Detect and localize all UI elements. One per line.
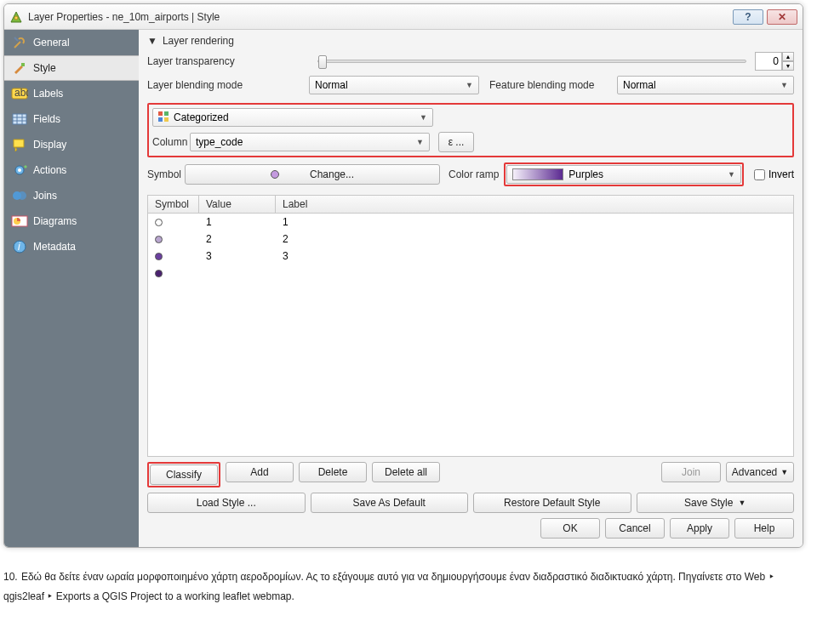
main-panel: ▼ Layer rendering Layer transparency 0 ▲… (139, 30, 803, 547)
instruction-caption: 10. Εδώ θα δείτε έναν ωραία μορφοποιημέν… (0, 551, 817, 606)
sidebar-item-style[interactable]: Style (4, 55, 139, 81)
sidebar-label: Actions (33, 164, 66, 176)
sidebar-item-joins[interactable]: Joins (4, 183, 139, 208)
transparency-label: Layer transparency (147, 55, 309, 67)
layer-blend-combo[interactable]: Normal▼ (309, 76, 479, 94)
wrench-icon (11, 35, 28, 50)
categorized-icon (158, 111, 169, 124)
sidebar-item-diagrams[interactable]: Diagrams (4, 208, 139, 234)
collapse-triangle-icon: ▼ (147, 35, 157, 47)
ok-button[interactable]: OK (540, 518, 600, 539)
transparency-spin[interactable]: ▲▼ (782, 52, 794, 71)
sidebar-label: Diagrams (33, 215, 77, 227)
help-button[interactable]: Help (734, 518, 794, 539)
labels-icon: abc (11, 86, 28, 101)
app-icon (9, 10, 23, 24)
svg-rect-18 (164, 111, 169, 116)
titlebar: Layer Properties - ne_10m_airports | Sty… (4, 4, 803, 30)
transparency-slider[interactable] (317, 60, 746, 63)
svg-rect-4 (13, 114, 26, 124)
symbol-label: Symbol (147, 168, 185, 180)
table-icon (11, 111, 28, 127)
sidebar-label: Fields (33, 113, 60, 125)
load-style-button[interactable]: Load Style ... (147, 493, 306, 513)
sidebar-label: Style (33, 62, 56, 74)
cancel-button[interactable]: Cancel (605, 518, 665, 539)
close-window-button[interactable]: ✕ (767, 9, 797, 25)
svg-rect-19 (158, 117, 163, 122)
help-window-button[interactable]: ? (733, 9, 763, 25)
table-row: 11 (148, 214, 793, 231)
diagrams-icon (11, 214, 28, 229)
svg-rect-20 (164, 117, 169, 122)
layer-properties-window: Layer Properties - ne_10m_airports | Sty… (3, 3, 803, 548)
delete-all-button[interactable]: Delete all (372, 462, 440, 482)
svg-text:i: i (18, 241, 20, 253)
column-combo[interactable]: type_code▼ (190, 133, 430, 151)
purples-gradient-icon (512, 168, 563, 180)
save-as-default-button[interactable]: Save As Default (311, 493, 469, 513)
category-table-header: Symbol Value Label (147, 195, 794, 214)
table-row: 22 (148, 231, 793, 248)
svg-text:abc: abc (14, 88, 28, 99)
invert-checkbox[interactable]: Invert (751, 167, 794, 183)
apply-button[interactable]: Apply (670, 518, 729, 539)
svg-rect-17 (158, 111, 163, 116)
svg-point-12 (18, 191, 26, 200)
join-button[interactable]: Join (661, 462, 721, 482)
restore-default-button[interactable]: Restore Default Style (473, 493, 631, 513)
display-icon (11, 137, 28, 152)
sidebar-item-labels[interactable]: abc Labels (4, 81, 139, 106)
sidebar-item-actions[interactable]: Actions (4, 157, 139, 183)
delete-button[interactable]: Delete (299, 462, 367, 482)
layer-blend-label: Layer blending mode (147, 79, 309, 91)
info-icon: i (11, 239, 28, 254)
category-table[interactable]: 11 22 33 (147, 214, 794, 457)
sidebar-label: Labels (33, 88, 63, 100)
sidebar-item-general[interactable]: General (4, 30, 139, 55)
colorramp-combo[interactable]: Purples▼ (506, 165, 741, 184)
save-style-button[interactable]: Save Style▼ (637, 493, 795, 513)
sidebar-label: General (33, 37, 70, 48)
add-button[interactable]: Add (226, 462, 294, 482)
advanced-button[interactable]: Advanced▼ (726, 462, 794, 482)
symbol-preview-icon (271, 170, 279, 179)
sidebar-item-fields[interactable]: Fields (4, 106, 139, 132)
sidebar-label: Metadata (33, 241, 76, 253)
renderer-type-combo[interactable]: Categorized▼ (152, 108, 433, 127)
sidebar-item-metadata[interactable]: i Metadata (4, 234, 139, 259)
column-label: Column (152, 136, 190, 148)
sidebar-label: Joins (33, 190, 57, 202)
window-title: Layer Properties - ne_10m_airports | Sty… (28, 11, 729, 23)
categorized-group-highlight: Categorized▼ Column type_code▼ ε ... (147, 103, 794, 157)
sidebar-label: Display (33, 139, 66, 151)
classify-button[interactable]: Classify (150, 464, 218, 485)
sidebar: General Style abc Labels Fields Display … (4, 30, 139, 547)
layer-rendering-header[interactable]: ▼ Layer rendering (147, 35, 794, 47)
brush-icon (11, 60, 28, 76)
svg-rect-1 (21, 63, 25, 66)
feature-blend-label: Feature blending mode (489, 79, 617, 91)
table-row (148, 265, 793, 282)
sidebar-item-display[interactable]: Display (4, 132, 139, 157)
expression-button[interactable]: ε ... (438, 132, 474, 152)
svg-point-10 (18, 168, 21, 172)
table-row: 33 (148, 248, 793, 265)
joins-icon (11, 188, 28, 203)
colorramp-label: Color ramp (448, 168, 499, 180)
change-symbol-button[interactable]: Change... (185, 164, 440, 185)
gear-icon (11, 162, 28, 178)
transparency-value[interactable]: 0 (755, 52, 782, 71)
svg-point-0 (14, 16, 18, 20)
feature-blend-combo[interactable]: Normal▼ (617, 76, 794, 94)
